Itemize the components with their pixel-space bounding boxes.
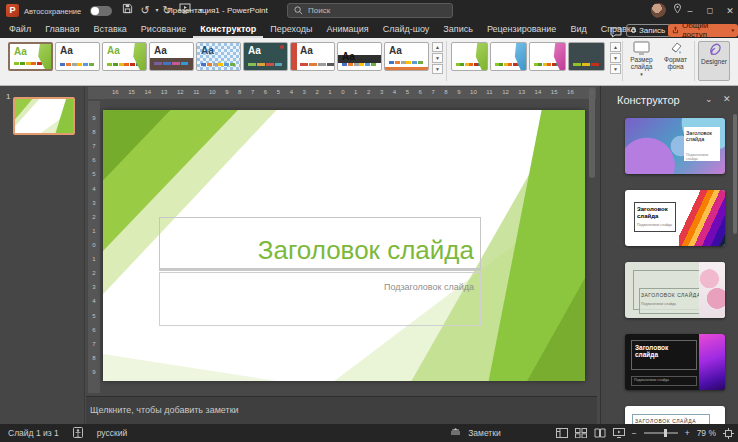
theme-label: Aa	[60, 45, 73, 56]
panel-scrollbar[interactable]	[733, 114, 737, 414]
record-dot-icon	[631, 28, 636, 33]
theme-berlin[interactable]: Aa	[290, 42, 335, 71]
zoom-in-icon[interactable]: +	[685, 428, 690, 438]
slide-subtitle-placeholder[interactable]: Подзаголовок слайда	[159, 272, 481, 326]
ruler-number: 6	[419, 89, 422, 95]
search-icon	[294, 6, 303, 15]
themes-gallery: Aa Aa Aa Aa Aa Aa Aa Aa Aa	[8, 42, 429, 71]
search-input[interactable]: Поиск	[287, 3, 453, 18]
slide-counter: Слайд 1 из 1	[8, 428, 59, 438]
slide-thumbnail-1[interactable]	[13, 97, 75, 135]
zoom-percent[interactable]: 79 %	[697, 428, 716, 438]
theme-banded[interactable]: Aa	[337, 42, 382, 71]
variant-dark[interactable]	[568, 42, 605, 71]
vertical-ruler[interactable]: 9876543210123456789	[88, 101, 100, 393]
design-suggestion-1[interactable]: Заголовок слайда Подзаголовок слайда	[625, 118, 725, 174]
theme-office[interactable]: Aa	[55, 42, 100, 71]
themes-scroll-down-icon[interactable]: ▼	[432, 53, 443, 63]
designer-button[interactable]: Designer	[698, 41, 730, 81]
design-suggestion-2[interactable]: Заголовок слайда Подзаголовок слайда	[625, 190, 725, 246]
variants-scroll-down-icon[interactable]: ▼	[610, 53, 621, 63]
variants-scroll-up-icon[interactable]: ▲	[610, 42, 621, 52]
minimize-button[interactable]: –	[682, 0, 698, 22]
save-icon[interactable]	[120, 3, 134, 18]
close-button[interactable]: ✕	[722, 0, 738, 22]
maximize-button[interactable]: ◻	[702, 0, 718, 22]
share-button[interactable]: Общий доступ ▾	[668, 24, 738, 37]
slide-title-placeholder[interactable]: Заголовок слайда	[159, 217, 481, 269]
tab-home[interactable]: Главная	[38, 22, 86, 38]
tab-insert[interactable]: Вставка	[86, 22, 133, 38]
slide-size-label: Размер слайда	[625, 56, 658, 71]
design-suggestion-5[interactable]: ЗАГОЛОВОК СЛАЙДА	[625, 406, 725, 424]
ruler-number: 2	[315, 89, 318, 95]
fit-to-window-icon[interactable]	[723, 428, 734, 439]
ruler-number: 11	[193, 89, 199, 95]
slide-canvas[interactable]: Заголовок слайда Подзаголовок слайда	[103, 110, 585, 381]
ruler-number: 5	[406, 89, 409, 95]
record-button[interactable]: Запись	[626, 24, 671, 37]
ruler-number: 16	[567, 89, 574, 95]
design-suggestion-3[interactable]: ЗАГОЛОВОК СЛАЙДА Подзаголовок слайда	[625, 262, 725, 318]
ruler-number: 13	[161, 89, 168, 95]
format-background-button[interactable]: Формат фона	[659, 41, 692, 81]
notes-area[interactable]: Щелкните, чтобы добавить заметки	[86, 396, 597, 424]
tab-design-active[interactable]: Конструктор	[193, 22, 263, 38]
chevron-down-icon[interactable]: ⌄	[705, 94, 713, 104]
notes-toggle-label[interactable]: Заметки	[468, 428, 501, 438]
autosave-toggle[interactable]	[90, 6, 112, 16]
ruler-number: 9	[457, 89, 460, 95]
zoom-out-icon[interactable]: −	[632, 428, 637, 438]
scrollbar-thumb[interactable]	[733, 114, 737, 234]
zoom-slider[interactable]	[644, 432, 678, 434]
scrollbar-thumb[interactable]	[589, 88, 595, 178]
theme-facet[interactable]: Aa	[102, 42, 147, 71]
ruler-number: 7	[88, 341, 100, 347]
slide-size-button[interactable]: Размер слайда ▾	[625, 41, 658, 81]
tab-file[interactable]: Файл	[2, 22, 38, 38]
design-card: Подзаголовок слайда	[631, 376, 697, 386]
design-card: Заголовок слайда Подзаголовок слайда	[684, 127, 720, 161]
ruler-number: 5	[88, 171, 100, 177]
tab-view[interactable]: Вид	[563, 22, 593, 38]
variant-pink[interactable]	[529, 42, 566, 71]
user-avatar[interactable]	[651, 3, 666, 18]
tab-record[interactable]: Запись	[436, 22, 480, 38]
themes-more-icon[interactable]: ▼	[432, 64, 443, 74]
group-separator	[694, 41, 695, 81]
comments-icon[interactable]	[610, 24, 624, 36]
search-placeholder: Поиск	[308, 6, 330, 15]
theme-facet-selected[interactable]: Aa	[8, 42, 53, 71]
zoom-slider-thumb[interactable]	[664, 429, 667, 437]
panel-close-icon[interactable]: ✕	[723, 94, 731, 104]
notes-toggle-icon[interactable]	[450, 428, 461, 438]
slide-sorter-view-icon[interactable]	[575, 428, 587, 438]
theme-integral[interactable]: Aa	[196, 42, 241, 71]
design-suggestion-4[interactable]: Заголовок слайда Подзаголовок слайда	[625, 334, 725, 390]
powerpoint-logo-icon[interactable]: P	[6, 4, 19, 17]
tab-transitions[interactable]: Переходы	[263, 22, 319, 38]
reading-view-icon[interactable]	[594, 428, 606, 438]
accessibility-icon[interactable]	[73, 427, 83, 440]
theme-wisp[interactable]: Aa	[384, 42, 429, 71]
variant-blue[interactable]	[490, 42, 527, 71]
tab-draw[interactable]: Рисование	[134, 22, 193, 38]
ruler-number: 12	[177, 89, 184, 95]
share-icon	[672, 26, 679, 34]
horizontal-ruler[interactable]: 1615141312111098765432101234567891011121…	[88, 87, 596, 99]
variant-green[interactable]	[451, 42, 488, 71]
theme-dark-band[interactable]: Aa	[149, 42, 194, 71]
tab-animations[interactable]: Анимация	[319, 22, 375, 38]
theme-badge[interactable]: Aa	[243, 42, 288, 71]
language-indicator[interactable]: русский	[97, 428, 128, 438]
themes-scroll-up-icon[interactable]: ▲	[432, 42, 443, 52]
variants-more-icon[interactable]: ▼	[610, 64, 621, 74]
editor-scrollbar[interactable]	[589, 88, 595, 394]
vertical-ruler-numbers: 9876543210123456789	[88, 115, 100, 375]
slideshow-view-icon[interactable]	[613, 428, 625, 438]
tab-slideshow[interactable]: Слайд-шоу	[376, 22, 437, 38]
normal-view-icon[interactable]	[556, 428, 568, 438]
ruler-number: 13	[518, 89, 525, 95]
ruler-number: 8	[238, 89, 241, 95]
tab-review[interactable]: Рецензирование	[480, 22, 564, 38]
